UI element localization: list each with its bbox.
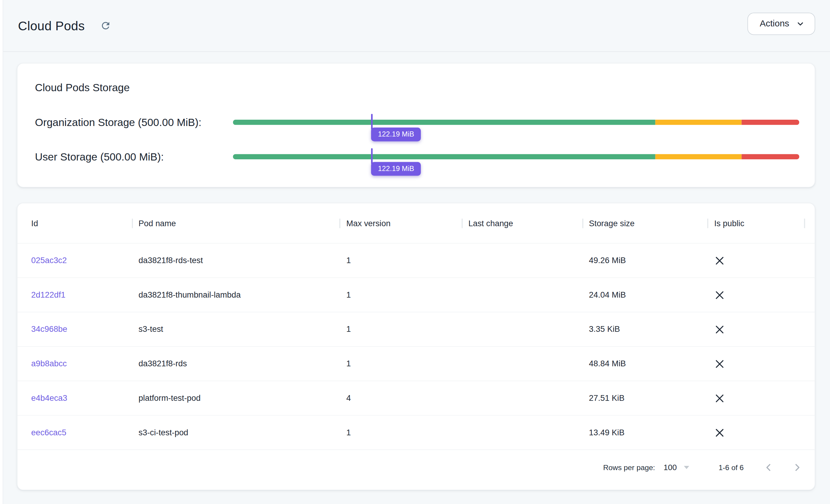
chevron-down-icon [796,19,805,29]
pod-name-cell: da3821f8-thumbnail-lambda [132,290,340,300]
table-row: 34c968be s3-test 1 3.35 KiB [18,312,815,347]
storage-card-title: Cloud Pods Storage [35,82,130,94]
storage-bar-segment-critical [741,120,799,125]
storage-size-cell: 3.35 KiB [582,324,707,334]
storage-usage-marker: 122.19 MiB [371,148,373,164]
pod-name-cell: platform-test-pod [132,393,340,403]
chevron-right-icon [791,462,803,473]
chevron-left-icon [763,462,774,473]
storage-usage-badge: 122.19 MiB [371,162,421,176]
column-header-storage-size[interactable]: Storage size [582,218,707,228]
not-public-icon [714,289,725,300]
table-row: eec6cac5 s3-ci-test-pod 1 13.49 KiB [18,415,815,450]
storage-usage-marker: 122.19 MiB [371,114,373,130]
table-header-row: Id Pod name Max version Last change Stor… [18,203,815,244]
column-header-is-public[interactable]: Is public [707,218,805,228]
storage-bar-segment-warning [656,120,741,125]
storage-bar-segment-ok [233,120,656,125]
pod-name-cell: s3-ci-test-pod [132,428,340,437]
storage-marker-tick [371,114,373,130]
pod-name-cell: s3-test [132,324,340,334]
column-header-last-change[interactable]: Last change [461,218,582,228]
refresh-icon [100,20,111,31]
not-public-icon [714,393,725,404]
pod-id-link[interactable]: 34c968be [31,324,67,334]
storage-size-cell: 27.51 KiB [582,393,707,403]
pagination-range-label: 1-6 of 6 [719,463,744,471]
storage-size-cell: 48.84 MiB [582,359,707,369]
page-title: Cloud Pods [18,18,85,33]
pod-name-cell: da3821f8-rds [132,359,340,369]
column-header-pod-name[interactable]: Pod name [132,218,340,228]
table-pagination: Rows per page: 100 1-6 of 6 [18,449,815,490]
not-public-icon [714,358,725,369]
is-public-cell [707,289,805,300]
not-public-icon [714,324,725,335]
table-row: e4b4eca3 platform-test-pod 4 27.51 KiB [18,381,815,416]
storage-bar-segment-warning [656,154,741,160]
storage-bar-segment-ok [233,154,656,160]
pods-table-card: Id Pod name Max version Last change Stor… [17,203,815,490]
is-public-cell [707,255,805,266]
is-public-cell [707,324,805,335]
storage-usage-bar: 122.19 MiB [233,120,799,125]
pod-id-link[interactable]: a9b8abcc [31,359,67,369]
max-version-cell: 1 [339,428,461,437]
next-page-button[interactable] [789,459,805,475]
pod-name-cell: da3821f8-rds-test [132,256,340,265]
column-header-max-version[interactable]: Max version [339,218,461,228]
max-version-cell: 4 [339,393,461,403]
storage-size-cell: 49.26 MiB [582,256,707,265]
rows-per-page-value: 100 [664,463,677,472]
select-arrow-icon [683,466,689,469]
pod-id-link[interactable]: eec6cac5 [31,428,66,437]
storage-size-cell: 24.04 MiB [582,290,707,300]
rows-per-page-select[interactable]: 100 [664,463,689,472]
table-row: 025ac3c2 da3821f8-rds-test 1 49.26 MiB [18,244,815,278]
max-version-cell: 1 [339,290,461,300]
not-public-icon [714,255,725,266]
sidebar-edge-strip [0,0,3,504]
storage-bar-segment-critical [741,154,799,160]
pod-id-link[interactable]: e4b4eca3 [31,393,67,403]
not-public-icon [714,427,725,438]
table-row: a9b8abcc da3821f8-rds 1 48.84 MiB [18,347,815,381]
page-header: Cloud Pods Actions [3,0,830,52]
storage-row-label: Organization Storage (500.00 MiB): [35,116,233,128]
actions-button-label: Actions [760,19,789,29]
refresh-button[interactable] [96,17,114,35]
storage-row: User Storage (500.00 MiB): 122.19 MiB [35,146,799,167]
storage-usage-badge: 122.19 MiB [371,127,421,141]
storage-size-cell: 13.49 KiB [582,428,707,437]
table-row: 2d122df1 da3821f8-thumbnail-lambda 1 24.… [18,278,815,312]
previous-page-button[interactable] [761,459,776,475]
rows-per-page-label: Rows per page: [603,463,655,471]
max-version-cell: 1 [339,256,461,265]
actions-button[interactable]: Actions [747,12,815,35]
storage-usage-bar: 122.19 MiB [233,154,799,160]
storage-marker-tick [371,148,373,164]
pod-id-link[interactable]: 2d122df1 [31,290,65,300]
max-version-cell: 1 [339,359,461,369]
column-header-id[interactable]: Id [31,218,132,228]
storage-card: Cloud Pods Storage Organization Storage … [17,63,815,188]
is-public-cell [707,393,805,404]
pod-id-link[interactable]: 025ac3c2 [31,256,67,265]
is-public-cell [707,427,805,438]
is-public-cell [707,358,805,369]
storage-row: Organization Storage (500.00 MiB): 122.1… [35,112,799,133]
page-root: Cloud Pods Actions Cloud Pods Storage Or… [0,0,830,504]
storage-row-label: User Storage (500.00 MiB): [35,151,233,163]
max-version-cell: 1 [339,324,461,334]
